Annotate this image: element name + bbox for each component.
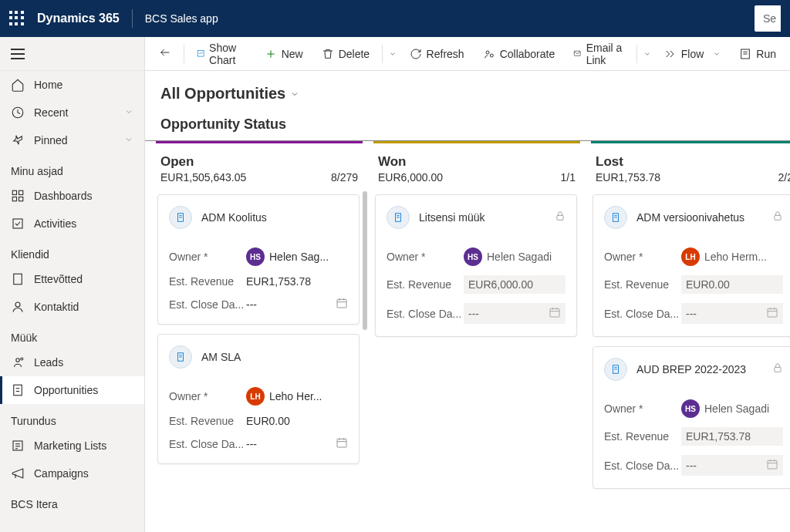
sidebar-item-label: Home <box>34 79 62 91</box>
email-dropdown[interactable] <box>642 50 653 58</box>
owner-value[interactable]: HS Helen Sagadi <box>464 247 565 266</box>
view-selector[interactable]: All Opportunities <box>145 71 790 109</box>
run-button[interactable]: Run <box>731 43 784 65</box>
plus-icon <box>265 48 277 60</box>
close-date-value: --- <box>681 303 783 324</box>
owner-value[interactable]: LH Leho Herm... <box>681 247 783 266</box>
search-icon <box>759 12 760 25</box>
scrollbar-thumb[interactable] <box>363 191 367 330</box>
opportunity-card[interactable]: ADM Koolitus Owner * HS Helen Sag... Est… <box>157 194 360 325</box>
card-title: Litsensi müük <box>419 211 545 224</box>
revenue-value: EUR6,000.00 <box>464 275 565 294</box>
flow-button[interactable]: Flow <box>657 43 729 65</box>
sidebar-item-label: Ettevõtted <box>34 273 83 285</box>
svg-rect-51 <box>557 215 563 220</box>
column-won: Won EUR6,000.00 1/1 Litsensi müük Owner … <box>373 141 580 504</box>
app-launcher-icon[interactable] <box>9 11 25 26</box>
close-date-value: --- <box>681 455 783 476</box>
app-header: Dynamics 365 BCS Sales app Se <box>0 0 790 37</box>
report-icon <box>739 48 751 60</box>
revenue-value[interactable]: EUR1,753.78 <box>246 275 348 288</box>
cmd-separator <box>636 45 637 63</box>
list-icon <box>11 439 25 453</box>
close-date-value[interactable]: --- <box>246 436 348 451</box>
sidebar-group-header: BCS Itera <box>0 487 144 515</box>
column-count: 2/2 <box>778 171 790 184</box>
close-date-label: Est. Close Da... <box>169 438 246 450</box>
avatar: HS <box>464 247 482 266</box>
opportunity-card[interactable]: AM SLA Owner * LH Leho Her... Est. Reven… <box>157 334 360 464</box>
show-chart-button[interactable]: Show Chart <box>189 37 254 71</box>
delete-button[interactable]: Delete <box>314 43 377 65</box>
opportunity-card[interactable]: AUD BREP 2022-2023 Owner * HS Helen Saga… <box>592 346 790 489</box>
sidebar-group-header: Turundus <box>0 404 144 432</box>
column-title: Won <box>378 154 576 170</box>
revenue-value[interactable]: EUR0.00 <box>246 415 348 427</box>
chart-icon <box>197 48 204 60</box>
collaborate-button[interactable]: Collaborate <box>475 43 563 65</box>
chevron-down-icon <box>124 106 133 119</box>
sidebar-item-opportunities[interactable]: Opportunities <box>0 376 144 404</box>
svg-point-15 <box>21 358 23 360</box>
owner-value[interactable]: HS Helen Sag... <box>246 247 348 266</box>
document-icon <box>169 206 192 229</box>
close-date-label: Est. Close Da... <box>169 298 246 311</box>
sidebar-item-campaigns[interactable]: Campaigns <box>0 460 144 487</box>
sidebar-group-header: Minu asjad <box>0 154 144 182</box>
flow-icon <box>664 48 677 60</box>
owner-label: Owner * <box>169 251 246 263</box>
sidebar-item-label: Recent <box>34 106 68 119</box>
column-title: Open <box>160 154 358 170</box>
cmd-separator <box>184 45 184 63</box>
sidebar-item-pinned[interactable]: Pinned <box>0 126 144 154</box>
cards-container: Litsensi müük Owner * HS Helen Sagadi Es… <box>373 191 580 352</box>
sidebar-item-home[interactable]: Home <box>0 71 144 99</box>
content-area: Show Chart New Delete Refresh Collaborat… <box>145 37 790 532</box>
svg-rect-37 <box>337 299 346 308</box>
sidebar-item-recent[interactable]: Recent <box>0 99 144 126</box>
opportunity-card[interactable]: ADM versioonivahetus Owner * LH Leho Her… <box>592 194 790 337</box>
sidebar-item-marketing-lists[interactable]: Marketing Lists <box>0 432 144 460</box>
email-icon <box>573 48 581 60</box>
column-amount: EUR6,000.00 <box>378 171 443 184</box>
revenue-value: EUR0.00 <box>681 275 783 294</box>
section-title: Opportunity Status <box>145 109 790 141</box>
pin-icon <box>11 133 25 147</box>
person-icon <box>11 300 25 314</box>
card-title: AUD BREP 2022-2023 <box>636 363 763 375</box>
document-icon <box>604 358 627 381</box>
column-count: 8/279 <box>331 171 358 184</box>
chevron-down-icon <box>389 50 397 58</box>
svg-point-29 <box>490 54 493 57</box>
refresh-button[interactable]: Refresh <box>402 43 472 65</box>
sidebar-item-dashboards[interactable]: Dashboards <box>0 182 144 210</box>
delete-dropdown[interactable] <box>387 50 399 58</box>
clock-icon <box>11 106 25 120</box>
new-button[interactable]: New <box>257 43 311 65</box>
opportunity-card[interactable]: Litsensi müük Owner * HS Helen Sagadi Es… <box>375 194 577 337</box>
lock-icon <box>772 210 783 224</box>
chevron-down-icon <box>124 134 133 146</box>
svg-rect-59 <box>775 215 781 220</box>
close-date-value[interactable]: --- <box>246 297 348 311</box>
column-open: Open EUR1,505,643.05 8/279 ADM Koolitus … <box>156 141 363 504</box>
column-count: 1/1 <box>561 171 576 184</box>
sidebar-item-activities[interactable]: Activities <box>0 210 144 237</box>
sidebar-item-ettevõtted[interactable]: Ettevõtted <box>0 265 144 293</box>
sidebar-item-kontaktid[interactable]: Kontaktid <box>0 293 144 321</box>
owner-value[interactable]: LH Leho Her... <box>246 387 348 406</box>
command-bar: Show Chart New Delete Refresh Collaborat… <box>145 37 790 71</box>
svg-point-28 <box>486 51 489 54</box>
search-input[interactable]: Se <box>755 5 781 32</box>
calendar-icon <box>336 436 348 451</box>
svg-rect-52 <box>550 308 559 317</box>
owner-value[interactable]: HS Helen Sagadi <box>681 399 783 418</box>
revenue-label: Est. Revenue <box>604 278 681 291</box>
sidebar-item-label: Pinned <box>34 134 68 146</box>
back-button[interactable] <box>151 42 179 66</box>
email-link-button[interactable]: Email a Link <box>565 37 632 71</box>
sidebar-item-leads[interactable]: Leads <box>0 348 144 376</box>
hamburger-icon[interactable] <box>11 49 25 59</box>
header-divider <box>132 9 133 28</box>
chevron-down-icon <box>290 89 299 99</box>
